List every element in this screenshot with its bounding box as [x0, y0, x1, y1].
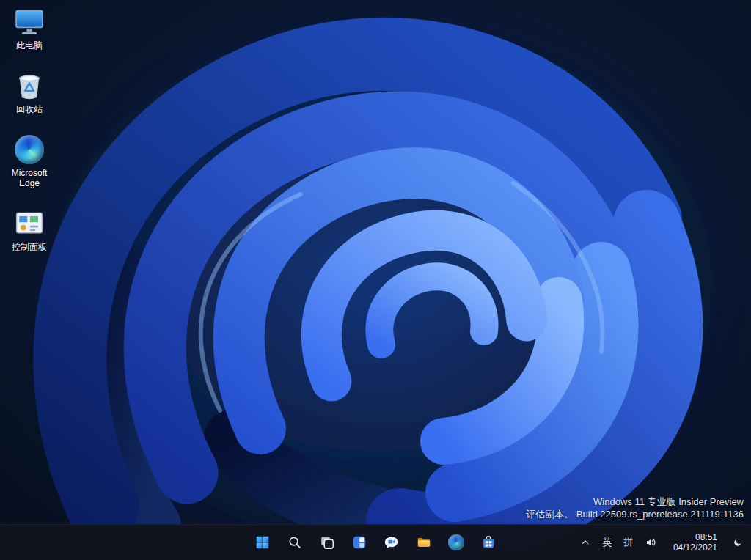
- desktop-icon-control-panel[interactable]: 控制面板: [1, 207, 57, 252]
- language-indicator[interactable]: 英: [597, 528, 618, 557]
- start-button[interactable]: [248, 528, 277, 557]
- this-pc-icon: [13, 6, 45, 38]
- desktop-icon-label: 回收站: [16, 104, 43, 114]
- taskbar: 英 拼 08:51 04/12/2021: [0, 524, 751, 560]
- search-button[interactable]: [280, 528, 309, 557]
- widgets-icon: [351, 534, 368, 551]
- clock[interactable]: 08:51 04/12/2021: [664, 528, 727, 557]
- microsoft-store-button[interactable]: [474, 528, 503, 557]
- focus-assist-button[interactable]: [728, 528, 748, 557]
- desktop-icon-label: 控制面板: [12, 242, 47, 252]
- desktop-icon-recycle-bin[interactable]: 回收站: [1, 70, 57, 114]
- clock-time: 08:51: [695, 532, 717, 542]
- taskbar-center-group: [248, 525, 503, 560]
- control-panel-icon: [13, 207, 45, 240]
- ime-label: 拼: [623, 536, 634, 549]
- clock-date: 04/12/2021: [673, 542, 717, 553]
- volume-button[interactable]: [640, 528, 663, 557]
- system-tray: 英 拼 08:51 04/12/2021: [574, 525, 748, 560]
- language-label: 英: [601, 536, 613, 549]
- file-explorer-button[interactable]: [409, 528, 439, 557]
- insider-watermark: Windows 11 专业版 Insider Preview 评估副本。 Bui…: [526, 495, 744, 520]
- microsoft-edge-icon: [447, 534, 465, 551]
- desktop-icon-label: Microsoft Edge: [2, 168, 56, 188]
- task-view-icon: [318, 534, 336, 551]
- task-view-button[interactable]: [312, 528, 342, 557]
- watermark-line-1: Windows 11 专业版 Insider Preview: [526, 495, 744, 508]
- desktop-icon-label: 此电脑: [16, 40, 43, 51]
- microsoft-store-icon: [480, 534, 497, 551]
- windows-start-icon: [254, 534, 271, 551]
- windows-desktop: 此电脑 回收站 Microsoft Edge: [0, 0, 751, 560]
- windows-11-bloom-wallpaper: [0, 0, 751, 560]
- ime-mode-indicator[interactable]: 拼: [618, 528, 639, 557]
- speaker-icon: [644, 535, 659, 550]
- microsoft-edge-icon: [13, 133, 45, 166]
- watermark-line-2: 评估副本。 Build 22509.rs_prerelease.211119-1…: [526, 508, 744, 520]
- crescent-moon-icon: [732, 537, 744, 548]
- desktop-icon-microsoft-edge[interactable]: Microsoft Edge: [1, 133, 57, 188]
- desktop-icon-this-pc[interactable]: 此电脑: [1, 6, 57, 51]
- hidden-icons-button[interactable]: [574, 528, 596, 557]
- recycle-bin-icon: [13, 70, 45, 102]
- widgets-button[interactable]: [345, 528, 374, 557]
- desktop-icon-column: 此电脑 回收站 Microsoft Edge: [1, 6, 57, 252]
- edge-button[interactable]: [442, 528, 471, 557]
- file-explorer-icon: [415, 534, 433, 551]
- chevron-up-icon: [579, 536, 592, 549]
- chat-icon: [383, 534, 400, 551]
- chat-button[interactable]: [377, 528, 406, 557]
- search-icon: [286, 534, 304, 551]
